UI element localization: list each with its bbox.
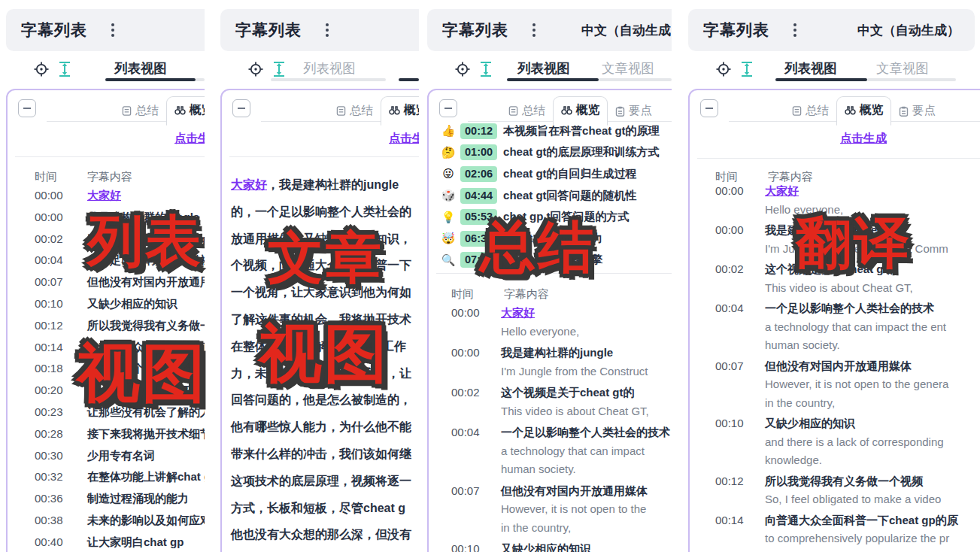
overview-timestamp-badge[interactable]: 01:00 <box>460 144 497 160</box>
tab-overview[interactable]: 概览 <box>836 96 891 126</box>
generate-link[interactable]: 点击生成 <box>840 131 887 147</box>
expand-vertical-icon[interactable] <box>741 61 753 77</box>
subtitle-text-link[interactable]: 大家好 <box>501 304 579 323</box>
subtitle-row[interactable]: 00:00 大家好 Hello everyone, <box>451 304 672 341</box>
subtitle-row[interactable]: 00:40 让大家明白chat gp <box>35 532 205 552</box>
active-tab-underline <box>105 78 196 81</box>
binoculars-icon <box>389 105 400 115</box>
collapse-button[interactable] <box>232 99 250 117</box>
document-icon <box>508 106 518 116</box>
subtitle-time: 00:38 <box>35 510 87 532</box>
subtitle-row[interactable]: 00:38 未来的影响以及如何应对 <box>35 510 205 532</box>
tab-keypoints-label: 要点 <box>912 103 936 119</box>
clipboard-icon <box>899 106 909 117</box>
subtitle-time: 00:07 <box>35 271 87 293</box>
subtitle-row[interactable]: 00:04 一个足以影响整个人类社会的技术 a technology that … <box>451 423 672 479</box>
tab-overview[interactable]: 概览 <box>166 96 205 126</box>
language-selector[interactable]: 中文（自动生成） <box>581 22 672 39</box>
overview-timestamp-badge[interactable]: 04:44 <box>460 188 497 204</box>
subtitle-translation: However, it is not open to the genera <box>765 375 948 394</box>
expand-vertical-icon[interactable] <box>480 61 492 77</box>
subtitle-time: 00:07 <box>451 482 501 538</box>
locate-current-subtitle-icon[interactable] <box>715 61 732 77</box>
generate-link[interactable]: 点击生成 <box>389 131 419 147</box>
tab-list-view[interactable]: 列表视图 <box>114 59 167 77</box>
locate-current-subtitle-icon[interactable] <box>454 61 471 77</box>
subtitle-time: 00:30 <box>35 445 87 467</box>
language-selector[interactable]: 中文（自动生成） <box>857 22 960 39</box>
subtitle-translation: to comprehensively popularize the pr <box>765 529 958 548</box>
binoculars-icon <box>174 105 186 115</box>
collapse-button[interactable] <box>18 99 36 117</box>
tab-keypoints[interactable]: 要点 <box>891 98 943 126</box>
tab-list-view[interactable]: 列表视图 <box>784 59 837 77</box>
tab-summary[interactable]: 总结 <box>501 98 553 126</box>
overview-item[interactable]: 🤔 01:00 cheat gt的底层原理和训练方式 <box>439 142 672 164</box>
subtitle-translation: a technology that can impact the ent <box>765 318 946 337</box>
collapse-button[interactable] <box>700 99 718 117</box>
subtitle-text: 一个足以影响整个人类社会的技术 <box>501 423 670 442</box>
expand-vertical-icon[interactable] <box>273 61 285 77</box>
clipboard-icon <box>615 106 625 117</box>
tab-list-view[interactable]: 列表视图 <box>303 59 356 77</box>
subtitle-row[interactable]: 00:07 但他没有对国内开放通用媒体 However, it is not o… <box>451 482 672 538</box>
collapse-button[interactable] <box>439 99 457 117</box>
overview-timestamp-badge[interactable]: 02:06 <box>460 166 497 182</box>
tab-list-view[interactable]: 列表视图 <box>517 59 570 77</box>
tab-article-view[interactable]: 文章视图 <box>602 59 654 77</box>
kebab-menu-icon[interactable] <box>532 23 536 37</box>
subtitle-row[interactable]: 00:10 又缺少相应的知识 and there is a lack of co… <box>715 414 980 470</box>
subtitle-row[interactable]: 00:28 接下来我将抛开技术细节 <box>35 423 205 445</box>
panel-title: 字幕列表 <box>442 20 508 41</box>
subtitle-row[interactable]: 00:04 一个足以影响整个人类社会的技术 a technology that … <box>715 299 980 355</box>
subtitle-text-link[interactable]: 大家好 <box>87 185 121 207</box>
tab-overview[interactable]: 概览 <box>381 96 419 126</box>
content-column-header: 字幕内容 <box>504 287 549 302</box>
subtitle-row[interactable]: 00:32 在整体功能上讲解chat gp <box>35 466 205 488</box>
subtitle-time: 00:12 <box>715 472 765 509</box>
tab-overview[interactable]: 概览 <box>553 96 608 126</box>
subtitle-time: 00:00 <box>35 185 87 207</box>
subtitle-row[interactable]: 00:02 这个视频是关于cheat gt的 This video is abo… <box>451 384 672 420</box>
overview-item[interactable]: 😜 02:06 cheat gt的自回归生成过程 <box>439 163 672 185</box>
subtitle-row[interactable]: 00:10 又缺少相应的知识 <box>451 540 672 552</box>
tab-overview-label: 概览 <box>576 102 599 118</box>
subtitle-text: 我是建构社群的jungle <box>501 344 648 362</box>
tab-keypoints[interactable]: 要点 <box>608 98 660 126</box>
subtitle-row[interactable]: 00:30 少用专有名词 <box>35 445 205 467</box>
subtitle-row[interactable]: 00:00 我是建构社群的jungle I'm Jungle from the … <box>451 344 672 381</box>
kebab-menu-icon[interactable] <box>326 23 329 37</box>
panel-title: 字幕列表 <box>21 20 87 41</box>
inactive-tab-underline <box>867 78 956 81</box>
subtitle-row[interactable]: 00:07 但他没有对国内开放通用媒体 <box>35 271 205 293</box>
article-line: 绪，甚至都不理解自己说了什么， <box>231 548 419 552</box>
divider <box>697 158 980 159</box>
generate-link[interactable]: 点击生成 <box>174 131 205 147</box>
subtitle-text-link[interactable]: 大家好 <box>765 182 843 201</box>
tab-summary-label: 总结 <box>350 103 373 119</box>
subtitle-translation: a technology that can impact <box>501 442 670 461</box>
tab-summary[interactable]: 总结 <box>329 98 381 126</box>
kebab-menu-icon[interactable] <box>111 23 114 37</box>
document-icon <box>792 106 802 116</box>
subtitle-text-link[interactable]: 大家好 <box>231 178 267 191</box>
subtitle-time: 00:32 <box>35 466 87 488</box>
tab-summary[interactable]: 总结 <box>114 98 166 126</box>
article-line: 回答问题的，他是怎么被制造的， <box>231 387 419 414</box>
tab-article-view[interactable]: 文章视图 <box>876 59 929 77</box>
overview-item[interactable]: 🎲 04:44 cheat gt回答问题的随机性 <box>439 185 672 207</box>
subtitle-row[interactable]: 00:12 所以我觉得我有义务做一个视频 <box>35 315 205 337</box>
subtitle-row[interactable]: 00:07 但他没有对国内开放通用媒体 However, it is not o… <box>715 357 980 413</box>
subtitle-row[interactable]: 00:00 大家好 <box>35 185 205 207</box>
locate-current-subtitle-icon[interactable] <box>33 61 50 77</box>
locate-current-subtitle-icon[interactable] <box>247 61 264 77</box>
expand-vertical-icon[interactable] <box>59 61 71 77</box>
tab-summary[interactable]: 总结 <box>784 98 836 126</box>
subtitle-time: 00:12 <box>35 315 87 337</box>
subtitle-row[interactable]: 00:12 所以我觉得我有义务做一个视频 So, I feel obligate… <box>715 472 980 509</box>
overview-timestamp-badge[interactable]: 00:12 <box>460 123 497 139</box>
subtitle-row[interactable]: 00:10 又缺少相应的知识 <box>35 293 205 315</box>
subtitle-row[interactable]: 00:14 向普通大众全面科普一下cheat gp的原 to comprehen… <box>715 511 980 552</box>
kebab-menu-icon[interactable] <box>793 23 796 37</box>
subtitle-row[interactable]: 00:36 制造过程涌现的能力 <box>35 488 205 510</box>
